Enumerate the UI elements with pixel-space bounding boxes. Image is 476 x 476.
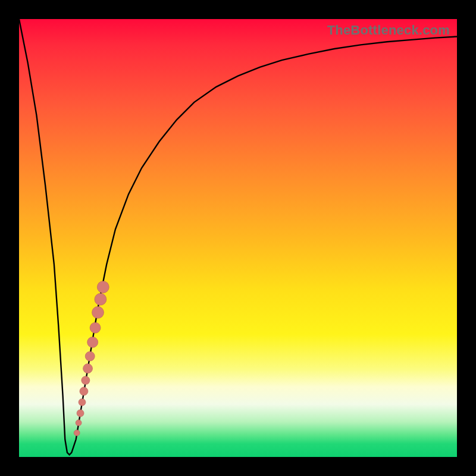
highlight-dot — [79, 399, 86, 406]
highlight-dots-group — [74, 281, 109, 436]
chart-frame: TheBottleneck.com — [0, 0, 476, 476]
highlight-dot — [92, 306, 104, 318]
bottleneck-curve-svg — [19, 19, 457, 457]
highlight-dot — [97, 281, 109, 293]
highlight-dot — [90, 322, 101, 333]
highlight-dot — [87, 337, 98, 347]
highlight-dot — [76, 420, 82, 426]
highlight-dot — [77, 409, 84, 416]
highlight-dot — [74, 430, 80, 436]
highlight-dot — [82, 376, 90, 384]
highlight-dot — [83, 364, 93, 373]
highlight-dot — [85, 352, 95, 361]
plot-area: TheBottleneck.com — [19, 19, 457, 457]
highlight-dot — [95, 293, 107, 305]
highlight-dot — [80, 387, 88, 396]
